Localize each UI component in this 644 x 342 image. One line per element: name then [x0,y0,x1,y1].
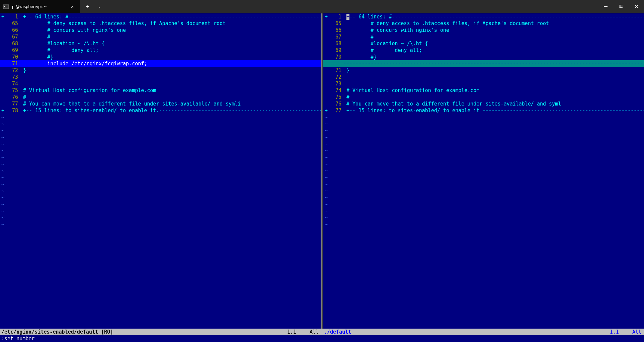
vim-command-line[interactable]: :set number [0,335,644,342]
empty-line-tilde: ~ [0,121,321,127]
code-line[interactable]: 72 [323,74,644,80]
code-line[interactable]: 70 #} [0,54,321,60]
code-line[interactable]: 73 [323,80,644,87]
terminal-tab[interactable]: pi@raspberrypi: ~ ✕ [0,0,80,13]
status-pos-left: 1,1 [287,329,310,335]
code-line[interactable]: 74 [0,80,321,87]
code-line[interactable]: 67 # [323,33,644,40]
code-line[interactable]: 68 #location ~ /\.ht { [0,40,321,47]
code-line[interactable]: 76 # You can move that to a different fi… [323,100,644,107]
empty-line-tilde: ~ [323,134,644,141]
diff-deleted-line: ----------------------------------------… [323,60,644,67]
status-pos-right: 1,1 [610,329,632,335]
code-line[interactable]: 69 # deny all; [323,47,644,54]
vim-statusbar: /etc/nginx/sites-enabled/default [RO] 1,… [0,329,644,335]
empty-line-tilde: ~ [0,167,321,174]
empty-line-tilde: ~ [323,154,644,161]
code-line[interactable]: 73 [0,74,321,80]
terminal-icon [3,4,9,9]
vim-right-pane[interactable]: + 1 +-- 64 lines: #---------------------… [323,13,644,329]
status-pct-left: All [310,329,321,335]
empty-line-tilde: ~ [0,208,321,214]
empty-line-tilde: ~ [323,201,644,208]
empty-line-tilde: ~ [323,121,644,127]
terminal-area[interactable]: + 1 +-- 64 lines: #---------------------… [0,13,644,342]
empty-line-tilde: ~ [0,161,321,167]
empty-line-tilde: ~ [323,174,644,181]
empty-line-tilde: ~ [323,221,644,228]
empty-line-tilde: ~ [323,114,644,121]
status-pct-right: All [632,329,644,335]
empty-line-tilde: ~ [323,181,644,188]
vim-left-pane[interactable]: + 1 +-- 64 lines: #---------------------… [0,13,321,329]
empty-line-tilde: ~ [0,194,321,201]
empty-line-tilde: ~ [0,188,321,194]
empty-line-tilde: ~ [0,141,321,147]
close-button[interactable] [629,0,644,13]
status-file-right: ./default [324,329,610,335]
svg-rect-3 [619,5,622,7]
status-file-left: /etc/nginx/sites-enabled/default [RO] [1,329,287,335]
empty-line-tilde: ~ [0,181,321,188]
empty-line-tilde: ~ [0,127,321,134]
code-line[interactable]: 68 #location ~ /\.ht { [323,40,644,47]
code-line[interactable]: 65 # deny access to .htaccess files, if … [323,20,644,27]
empty-line-tilde: ~ [0,114,321,121]
empty-line-tilde: ~ [0,214,321,221]
empty-line-tilde: ~ [323,208,644,214]
empty-line-tilde: ~ [0,147,321,154]
new-tab-button[interactable]: + [80,3,94,10]
code-line[interactable]: 67 # [0,33,321,40]
minimize-button[interactable] [598,0,613,13]
code-line[interactable]: 66 # concurs with nginx's one [0,27,321,33]
empty-line-tilde: ~ [0,201,321,208]
code-line[interactable]: 70 #} [323,54,644,60]
svg-rect-4 [620,5,623,7]
empty-line-tilde: ~ [323,214,644,221]
status-left-pane: /etc/nginx/sites-enabled/default [RO] 1,… [0,329,321,335]
empty-line-tilde: ~ [323,147,644,154]
window-titlebar: pi@raspberrypi: ~ ✕ + ⌄ [0,0,644,13]
empty-line-tilde: ~ [0,134,321,141]
empty-line-tilde: ~ [323,141,644,147]
empty-line-tilde: ~ [323,161,644,167]
window-controls [598,0,644,13]
code-line[interactable]: 71 } [323,67,644,74]
code-line[interactable]: 69 # deny all; [0,47,321,54]
tab-close-button[interactable]: ✕ [68,3,76,10]
tab-title: pi@raspberrypi: ~ [12,4,68,9]
vim-split-panes: + 1 +-- 64 lines: #---------------------… [0,13,644,329]
empty-line-tilde: ~ [323,194,644,201]
empty-line-tilde: ~ [0,154,321,161]
code-line[interactable]: 72 } [0,67,321,74]
fold-line[interactable]: + 1 +-- 64 lines: #---------------------… [0,13,321,20]
code-line[interactable]: 77 # You can move that to a different fi… [0,100,321,107]
empty-line-tilde: ~ [323,188,644,194]
code-line[interactable]: 75 # Virtual Host configuration for exam… [0,87,321,94]
fold-line[interactable]: + 1 +-- 64 lines: #---------------------… [323,13,644,20]
code-line[interactable]: 65 # deny access to .htaccess files, if … [0,20,321,27]
maximize-button[interactable] [613,0,629,13]
code-line[interactable]: 75 # [323,94,644,100]
code-line[interactable]: 74 # Virtual Host configuration for exam… [323,87,644,94]
fold-line[interactable]: + 77 +-- 15 lines: to sites-enabled/ to … [323,107,644,114]
code-line[interactable]: 71 include /etc/nginx/fcgiwrap.conf; [0,60,321,67]
empty-line-tilde: ~ [323,127,644,134]
code-line[interactable]: 76 # [0,94,321,100]
status-right-pane: ./default 1,1 All [321,329,644,335]
empty-line-tilde: ~ [323,167,644,174]
empty-line-tilde: ~ [0,221,321,228]
tab-dropdown-button[interactable]: ⌄ [94,4,105,9]
empty-line-tilde: ~ [0,174,321,181]
fold-line[interactable]: + 78 +-- 15 lines: to sites-enabled/ to … [0,107,321,114]
code-line[interactable]: 66 # concurs with nginx's one [323,27,644,33]
